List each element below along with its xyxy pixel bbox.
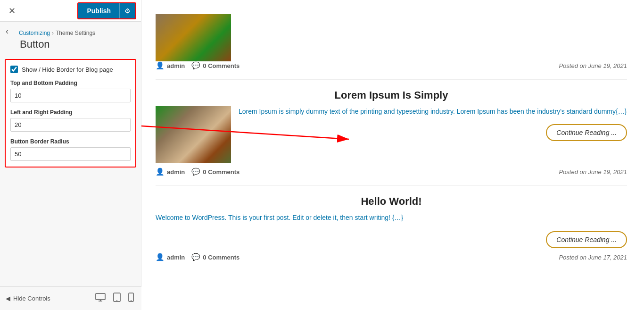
theme-settings-link[interactable]: Theme Settings — [56, 30, 95, 36]
post-thumbnail — [156, 106, 231, 163]
post-title: Hello World! — [156, 195, 627, 208]
device-icons-group — [93, 292, 136, 305]
desktop-icon[interactable] — [93, 292, 107, 305]
post-content-area: Lorem Ipsum is simply dummy text of the … — [239, 106, 627, 141]
left-panel: ✕ Publish ⚙ ‹ Customizing › Theme Settin… — [0, 0, 141, 310]
author-name: admin — [167, 254, 185, 261]
post-author: 👤 admin — [156, 253, 185, 261]
breadcrumb-separator: › — [52, 30, 54, 36]
post-comments: 💬 0 Comments — [191, 253, 239, 261]
post-date: Posted on June 19, 2021 — [559, 62, 627, 69]
continue-reading-button[interactable]: Continue Reading ... — [546, 124, 627, 141]
left-right-padding-label: Left and Right Padding — [10, 109, 131, 116]
right-content: 👤 admin 💬 0 Comments Posted on June 19, … — [141, 0, 644, 310]
comments-count: 0 Comments — [203, 62, 239, 69]
customizing-link[interactable]: Customizing — [19, 30, 50, 36]
list-item: 👤 admin 💬 0 Comments Posted on June 19, … — [156, 0, 627, 80]
post-meta-left: 👤 admin 💬 0 Comments — [156, 61, 239, 70]
post-comments: 💬 0 Comments — [191, 168, 239, 176]
author-name: admin — [167, 62, 185, 69]
post-meta-left: 👤 admin 💬 0 Comments — [156, 253, 239, 261]
bottom-bar: ◀ Hide Controls — [0, 286, 141, 310]
svg-point-6 — [131, 300, 132, 301]
blog-posts-list: 👤 admin 💬 0 Comments Posted on June 19, … — [141, 0, 641, 271]
controls-area: Show / Hide Border for Blog page Top and… — [5, 59, 136, 168]
svg-point-4 — [116, 300, 117, 301]
post-meta: 👤 admin 💬 0 Comments Posted on June 19, … — [156, 61, 627, 70]
show-hide-border-checkbox[interactable] — [10, 66, 18, 73]
user-icon: 👤 — [156, 168, 165, 176]
page-title: Button — [0, 37, 141, 55]
author-name: admin — [167, 168, 185, 176]
post-author: 👤 admin — [156, 168, 185, 176]
comment-icon: 💬 — [191, 253, 200, 261]
show-hide-border-label: Show / Hide Border for Blog page — [22, 66, 113, 73]
continue-reading-button[interactable]: Continue Reading ... — [546, 231, 627, 248]
top-bottom-padding-input[interactable] — [10, 89, 131, 102]
post-meta: 👤 admin 💬 0 Comments Posted on June 17, … — [156, 253, 627, 261]
svg-rect-0 — [96, 293, 105, 300]
comments-count: 0 Comments — [203, 254, 239, 261]
comment-icon: 💬 — [191, 61, 200, 70]
post-meta-left: 👤 admin 💬 0 Comments — [156, 168, 239, 176]
comment-icon: 💬 — [191, 168, 200, 176]
show-hide-border-row: Show / Hide Border for Blog page — [10, 66, 131, 73]
publish-area: Publish ⚙ — [77, 2, 136, 19]
hide-controls-button[interactable]: ◀ Hide Controls — [6, 295, 50, 302]
gear-button[interactable]: ⚙ — [119, 3, 135, 18]
post-excerpt: Welcome to WordPress. This is your first… — [156, 212, 627, 223]
button-border-radius-input[interactable] — [10, 147, 131, 161]
hide-controls-arrow-icon: ◀ — [6, 295, 10, 302]
list-item: Hello World! Welcome to WordPress. This … — [156, 186, 627, 271]
back-button[interactable]: ‹ — [3, 25, 11, 37]
post-excerpt: Lorem Ipsum is simply dummy text of the … — [239, 106, 627, 117]
top-bottom-padding-label: Top and Bottom Padding — [10, 80, 131, 86]
post-image-text-row: Lorem Ipsum is simply dummy text of the … — [156, 106, 627, 163]
post-author: 👤 admin — [156, 61, 185, 70]
left-right-padding-input[interactable] — [10, 118, 131, 132]
user-icon: 👤 — [156, 61, 165, 70]
user-icon: 👤 — [156, 253, 165, 261]
post-thumbnail — [156, 14, 231, 61]
top-bar: ✕ Publish ⚙ — [0, 0, 141, 22]
hide-controls-label: Hide Controls — [13, 295, 50, 302]
post-date: Posted on June 19, 2021 — [559, 168, 627, 176]
post-meta: 👤 admin 💬 0 Comments Posted on June 19, … — [156, 168, 627, 176]
tablet-icon[interactable] — [111, 292, 123, 305]
breadcrumb: Customizing › Theme Settings — [13, 26, 101, 37]
close-button[interactable]: ✕ — [5, 4, 19, 18]
mobile-icon[interactable] — [126, 292, 136, 305]
button-border-radius-group: Button Border Radius — [10, 138, 131, 161]
comments-count: 0 Comments — [203, 168, 239, 176]
top-bottom-padding-group: Top and Bottom Padding — [10, 80, 131, 102]
list-item: Lorem Ipsum Is Simply Lorem Ipsum is sim… — [156, 80, 627, 186]
button-border-radius-label: Button Border Radius — [10, 138, 131, 145]
post-comments: 💬 0 Comments — [191, 61, 239, 70]
publish-button[interactable]: Publish — [78, 3, 119, 18]
left-right-padding-group: Left and Right Padding — [10, 109, 131, 132]
post-date: Posted on June 17, 2021 — [559, 254, 627, 261]
post-title: Lorem Ipsum Is Simply — [156, 89, 627, 101]
